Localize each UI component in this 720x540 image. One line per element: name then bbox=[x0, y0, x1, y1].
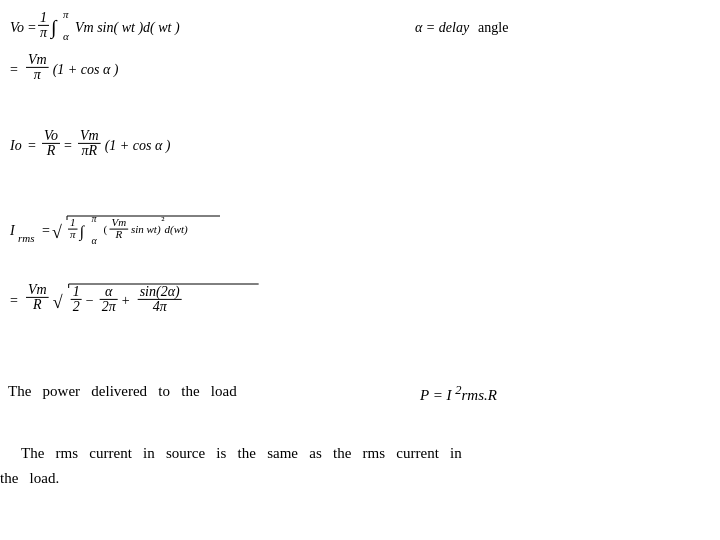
load-text: the load. bbox=[0, 470, 59, 487]
page: The power delivered to the load P = I 2r… bbox=[0, 0, 720, 540]
power-delivered-text: The power delivered to the load bbox=[8, 383, 237, 400]
rms-formula-label: P = I 2rms.R bbox=[420, 383, 497, 404]
rms-current-text: The rms current in source is the same as… bbox=[21, 445, 462, 462]
